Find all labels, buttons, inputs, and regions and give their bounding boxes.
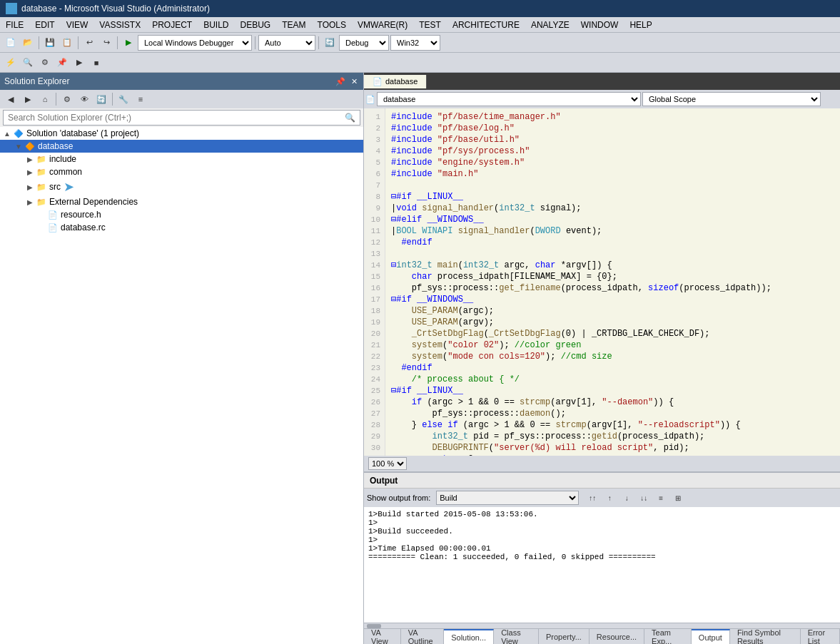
- menu-debug[interactable]: DEBUG: [235, 19, 277, 31]
- include-label: include: [49, 154, 76, 164]
- code-container[interactable]: 1234567891011121314151617181920212223242…: [364, 108, 840, 456]
- database-rc-label: database.rc: [61, 223, 106, 232]
- file-dropdown[interactable]: database: [377, 92, 641, 106]
- config-dropdown[interactable]: Auto: [258, 35, 315, 51]
- menu-window[interactable]: WINDOW: [575, 19, 624, 31]
- output-btn-3[interactable]: ↓: [619, 490, 634, 506]
- toolbar-open[interactable]: 📂: [20, 35, 36, 51]
- toolbar-btn-r3[interactable]: ⚙: [37, 55, 53, 71]
- tab-property[interactable]: Property...: [539, 629, 589, 644]
- se-sync[interactable]: ≡: [133, 91, 148, 107]
- expand-database[interactable]: ▼: [13, 143, 24, 150]
- toolbar-btn-r5[interactable]: ▶: [71, 55, 87, 71]
- resource-h-label: resource.h: [61, 210, 101, 220]
- close-icon[interactable]: ✕: [350, 77, 359, 86]
- menu-architecture[interactable]: ARCHITECTURE: [447, 19, 525, 31]
- code-editor[interactable]: #include "pf/base/time_manager.h" #inclu…: [385, 108, 840, 456]
- editor-tab-database[interactable]: 📄 database: [364, 75, 427, 88]
- tab-team-exp[interactable]: Team Exp...: [644, 629, 692, 644]
- output-btn-1[interactable]: ↑↑: [585, 490, 600, 506]
- menu-vmware[interactable]: VMWARE(R): [352, 19, 413, 31]
- expand-common[interactable]: ▶: [24, 168, 36, 176]
- output-btn-2[interactable]: ↑: [602, 490, 617, 506]
- output-btn-4[interactable]: ↓↓: [636, 490, 652, 506]
- menu-project[interactable]: PROJECT: [146, 19, 198, 31]
- output-source-dropdown[interactable]: Build: [436, 491, 579, 505]
- line-numbers: 1234567891011121314151617181920212223242…: [364, 108, 385, 456]
- expand-solution[interactable]: ▲: [1, 130, 13, 138]
- se-toolbar: ◀ ▶ ⌂ ⚙ 👁 🔄 🔧 ≡: [0, 90, 363, 108]
- menu-test[interactable]: TEST: [413, 19, 447, 31]
- tab-error-list[interactable]: Error List: [801, 629, 840, 644]
- expand-ext[interactable]: ▶: [24, 198, 36, 206]
- tree-view: ▲ 🔷 Solution 'database' (1 project) ▼ 🔶 …: [0, 127, 363, 644]
- menu-tools[interactable]: TOOLS: [312, 19, 352, 31]
- toolbar-btn-r1[interactable]: ⚡: [3, 55, 19, 71]
- menu-edit[interactable]: EDIT: [29, 19, 60, 31]
- tree-database-project[interactable]: ▼ 🔶 database: [0, 140, 363, 153]
- toolbar-play[interactable]: ▶: [121, 35, 136, 51]
- tab-solution[interactable]: Solution...: [444, 629, 494, 644]
- zoom-select[interactable]: 100 %: [368, 457, 407, 470]
- se-refresh[interactable]: 🔄: [93, 91, 109, 107]
- debugger-dropdown[interactable]: Local Windows Debugger: [138, 35, 252, 51]
- tab-class-view[interactable]: Class View: [494, 629, 539, 644]
- menu-file[interactable]: FILE: [0, 19, 29, 31]
- tab-va-outline[interactable]: VA Outline: [401, 629, 444, 644]
- tree-resource-h[interactable]: 📄 resource.h: [0, 208, 363, 221]
- toolbar-save[interactable]: 💾: [42, 35, 58, 51]
- output-btn-6[interactable]: ⊞: [670, 490, 686, 506]
- se-show-all[interactable]: 👁: [76, 91, 92, 107]
- toolbar-undo[interactable]: ↩: [81, 35, 97, 51]
- toolbar-btn-r6[interactable]: ■: [88, 55, 104, 71]
- expand-src[interactable]: ▶: [24, 183, 36, 191]
- toolbar-btn-r4[interactable]: 📌: [54, 55, 70, 71]
- tab-output[interactable]: Output: [692, 629, 730, 644]
- app-icon: [6, 3, 17, 14]
- expand-include[interactable]: ▶: [24, 155, 36, 163]
- folder-icon: 📁: [36, 153, 47, 165]
- menu-vassistx[interactable]: VASSISTX: [93, 19, 146, 31]
- menu-analyze[interactable]: ANALYZE: [525, 19, 575, 31]
- output-btn-5[interactable]: ≡: [653, 490, 669, 506]
- menu-build[interactable]: BUILD: [198, 19, 234, 31]
- toolbar-redo[interactable]: ↪: [98, 35, 114, 51]
- se-forward[interactable]: ▶: [20, 91, 36, 107]
- se-search-input[interactable]: [8, 113, 345, 123]
- menu-team[interactable]: TEAM: [276, 19, 311, 31]
- tree-solution[interactable]: ▲ 🔷 Solution 'database' (1 project): [0, 127, 363, 140]
- solution-icon: 🔷: [13, 128, 24, 139]
- se-properties[interactable]: ⚙: [59, 91, 75, 107]
- tab-find-symbol[interactable]: Find Symbol Results: [730, 629, 801, 644]
- tree-common[interactable]: ▶ 📁 common: [0, 165, 363, 178]
- scope-dropdown[interactable]: Global Scope: [642, 92, 821, 106]
- tree-ext-dep[interactable]: ▶ 📁 External Dependencies: [0, 195, 363, 208]
- database-project-label: database: [38, 141, 73, 151]
- tab-va-view[interactable]: VA View: [364, 629, 401, 644]
- tree-database-rc[interactable]: 📄 database.rc: [0, 221, 363, 234]
- tree-src[interactable]: ▶ 📁 src ➤: [0, 178, 363, 195]
- buildtype-dropdown[interactable]: Debug: [339, 35, 389, 51]
- se-search-box[interactable]: 🔍: [3, 110, 360, 126]
- se-filter[interactable]: 🔧: [116, 91, 131, 107]
- toolbar-refresh[interactable]: 🔄: [322, 35, 338, 51]
- arrow-icon: ➤: [64, 179, 74, 195]
- tree-include[interactable]: ▶ 📁 include: [0, 153, 363, 165]
- sep-se2: [112, 93, 113, 106]
- menu-help[interactable]: HELP: [624, 19, 657, 31]
- platform-dropdown[interactable]: Win32: [390, 35, 440, 51]
- pin-icon[interactable]: 📌: [334, 77, 347, 86]
- folder-icon-common: 📁: [36, 166, 47, 178]
- toolbar-btn-r2[interactable]: 🔍: [20, 55, 36, 71]
- search-icon: 🔍: [345, 113, 355, 123]
- se-back[interactable]: ◀: [3, 91, 19, 107]
- solution-explorer-header: Solution Explorer 📌 ✕: [0, 73, 363, 90]
- output-line-1: 1>Build started 2015-05-08 13:53:06.: [368, 510, 836, 518]
- menu-bar: FILE EDIT VIEW VASSISTX PROJECT BUILD DE…: [0, 17, 840, 33]
- se-home[interactable]: ⌂: [37, 91, 53, 107]
- toolbar-new[interactable]: 📄: [3, 35, 19, 51]
- solution-explorer: Solution Explorer 📌 ✕ ◀ ▶ ⌂ ⚙ 👁 🔄 🔧 ≡ 🔍: [0, 73, 364, 644]
- toolbar-save-all[interactable]: 📋: [59, 35, 75, 51]
- tab-resource[interactable]: Resource...: [589, 629, 644, 644]
- menu-view[interactable]: VIEW: [61, 19, 94, 31]
